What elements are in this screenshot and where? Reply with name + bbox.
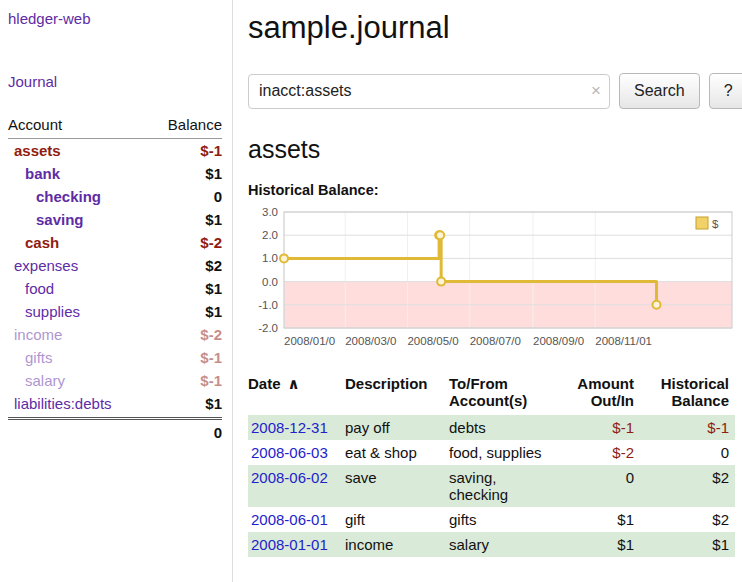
account-balance: $-1 — [200, 372, 222, 389]
account-balance: $2 — [205, 257, 222, 274]
account-link-bank[interactable]: bank — [8, 165, 60, 182]
account-row: supplies $1 — [8, 300, 222, 323]
transaction-description: save — [345, 465, 449, 507]
account-link-expenses[interactable]: expenses — [8, 257, 78, 274]
account-balance: $1 — [205, 395, 222, 412]
svg-text:-1.0: -1.0 — [258, 299, 278, 311]
svg-text:2008/11/01: 2008/11/01 — [595, 335, 652, 347]
register-row: 2008-12-31 pay off debts $-1 $-1 — [248, 415, 735, 440]
account-link-liabilities-debts[interactable]: liabilities:debts — [8, 395, 112, 412]
transaction-date-link[interactable]: 2008-01-01 — [251, 536, 328, 553]
register-row: 2008-06-03 eat & shop food, supplies $-2… — [248, 440, 735, 465]
svg-text:2008/07/0: 2008/07/0 — [470, 335, 521, 347]
transaction-date-link[interactable]: 2008-06-01 — [251, 511, 328, 528]
account-heading: assets — [248, 135, 742, 164]
transaction-balance: $-1 — [640, 415, 735, 440]
account-link-salary[interactable]: salary — [8, 372, 65, 389]
help-button[interactable]: ? — [709, 73, 742, 109]
header-historical-balance: Historical Balance — [640, 373, 735, 415]
transaction-description: eat & shop — [345, 440, 449, 465]
account-row: liabilities:debts $1 — [8, 392, 222, 415]
transaction-amount: 0 — [555, 465, 640, 507]
transaction-date-link[interactable]: 2008-06-03 — [251, 444, 328, 461]
transaction-amount: $-2 — [555, 440, 640, 465]
account-balance: $1 — [205, 211, 222, 228]
main-content: sample.journal × Search ? assets Histori… — [233, 0, 742, 582]
account-row: food $1 — [8, 277, 222, 300]
transaction-balance: $1 — [640, 532, 735, 557]
svg-text:2008/01/0: 2008/01/0 — [284, 335, 335, 347]
account-balance: $-2 — [200, 326, 222, 343]
svg-text:-2.0: -2.0 — [258, 322, 278, 334]
accounts-header: Account Balance — [8, 116, 222, 139]
accounts-header-balance: Balance — [168, 116, 222, 133]
transaction-description: gift — [345, 507, 449, 532]
account-row: expenses $2 — [8, 254, 222, 277]
svg-text:3.0: 3.0 — [262, 206, 278, 218]
sidebar-item-journal[interactable]: Journal — [8, 73, 222, 90]
account-link-assets[interactable]: assets — [8, 142, 61, 159]
account-link-gifts[interactable]: gifts — [8, 349, 53, 366]
transaction-accounts: debts — [449, 415, 555, 440]
transaction-accounts: saving, checking — [449, 465, 555, 507]
accounts-header-account: Account — [8, 116, 62, 133]
account-row: cash $-2 — [8, 231, 222, 254]
chart-canvas: 2008/01/02008/03/02008/05/02008/07/02008… — [248, 204, 740, 354]
account-link-supplies[interactable]: supplies — [8, 303, 80, 320]
transaction-amount: $-1 — [555, 415, 640, 440]
svg-text:2008/05/0: 2008/05/0 — [407, 335, 458, 347]
search-input[interactable] — [248, 74, 610, 109]
account-row: income $-2 — [8, 323, 222, 346]
transaction-amount: $1 — [555, 532, 640, 557]
account-balance: $1 — [205, 280, 222, 297]
account-balance: 0 — [214, 188, 222, 205]
transaction-date-link[interactable]: 2008-12-31 — [251, 419, 328, 436]
account-link-food[interactable]: food — [8, 280, 54, 297]
register-table: Date∧ Description To/From Account(s) Amo… — [248, 373, 735, 557]
svg-text:2008/09/0: 2008/09/0 — [533, 335, 584, 347]
chart-title: Historical Balance: — [248, 182, 742, 198]
sort-by-date-button[interactable]: Date∧ — [248, 375, 300, 392]
clear-search-icon[interactable]: × — [591, 81, 601, 101]
account-row: saving $1 — [8, 208, 222, 231]
transaction-balance: $2 — [640, 507, 735, 532]
transaction-accounts: gifts — [449, 507, 555, 532]
header-tofrom-accounts: To/From Account(s) — [449, 373, 555, 415]
accounts-tree: Account Balance assets $-1 bank $1 check… — [8, 116, 222, 445]
account-row: bank $1 — [8, 162, 222, 185]
account-row: assets $-1 — [8, 139, 222, 162]
account-balance: $-1 — [200, 349, 222, 366]
transaction-date-link[interactable]: 2008-06-02 — [251, 469, 328, 486]
accounts-total: 0 — [8, 417, 222, 445]
account-row: checking 0 — [8, 185, 222, 208]
app-title-link[interactable]: hledger-web — [8, 10, 222, 27]
search-button[interactable]: Search — [619, 73, 700, 109]
account-link-cash[interactable]: cash — [8, 234, 59, 251]
header-date: Date∧ — [248, 373, 345, 415]
transaction-amount: $1 — [555, 507, 640, 532]
header-amount-out-in: Amount Out/In — [555, 373, 640, 415]
register-row: 2008-06-01 gift gifts $1 $2 — [248, 507, 735, 532]
account-link-income[interactable]: income — [8, 326, 62, 343]
register-header-row: Date∧ Description To/From Account(s) Amo… — [248, 373, 735, 415]
account-balance: $-1 — [200, 142, 222, 159]
svg-text:2008/03/0: 2008/03/0 — [345, 335, 396, 347]
account-row: salary $-1 — [8, 369, 222, 392]
transaction-balance: $2 — [640, 465, 735, 507]
svg-text:1.0: 1.0 — [262, 252, 278, 264]
account-balance: $-2 — [200, 234, 222, 251]
register-row: 2008-06-02 save saving, checking 0 $2 — [248, 465, 735, 507]
transaction-description: income — [345, 532, 449, 557]
account-link-checking[interactable]: checking — [8, 188, 101, 205]
account-link-saving[interactable]: saving — [8, 211, 84, 228]
page: hledger-web Journal Account Balance asse… — [0, 0, 742, 582]
header-description: Description — [345, 373, 449, 415]
account-row: gifts $-1 — [8, 346, 222, 369]
svg-text:$: $ — [712, 218, 719, 230]
transaction-accounts: salary — [449, 532, 555, 557]
transaction-balance: 0 — [640, 440, 735, 465]
search-bar: × Search ? — [248, 73, 742, 109]
sidebar: hledger-web Journal Account Balance asse… — [0, 0, 233, 582]
transaction-accounts: food, supplies — [449, 440, 555, 465]
search-field-wrap: × — [248, 74, 610, 109]
